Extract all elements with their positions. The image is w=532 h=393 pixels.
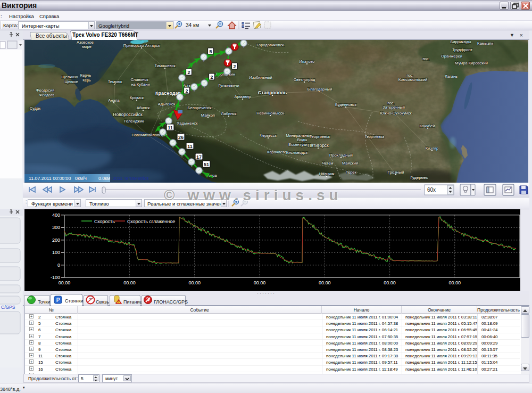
svg-text:Ессентуки: Ессентуки xyxy=(288,142,307,147)
svg-text:Светлоград: Светлоград xyxy=(294,77,315,82)
svg-text:Камызяк: Камызяк xyxy=(477,41,494,46)
svg-text:Тимашевск: Тимашевск xyxy=(155,63,176,68)
svg-text:Невинномысск: Невинномысск xyxy=(256,111,284,116)
svg-text:Темрюк: Темрюк xyxy=(108,79,122,84)
svg-text:2011 TerraMetrics: 2011 TerraMetrics xyxy=(113,176,148,181)
svg-text:Крымск: Крымск xyxy=(130,95,144,100)
svg-text:Геленджик: Геленджик xyxy=(124,119,144,124)
svg-text:0: 0 xyxy=(57,263,60,268)
svg-text:11: 11 xyxy=(187,144,193,149)
svg-text:пос.: пос. xyxy=(422,57,429,61)
svg-text:Карачаевск: Карачаевск xyxy=(267,150,289,154)
svg-text:Славянск: Славянск xyxy=(130,77,148,82)
svg-text:Мумра Кировский: Мумра Кировский xyxy=(455,61,488,66)
svg-text:00:00: 00:00 xyxy=(188,280,201,285)
svg-text:Гулькевичи: Гулькевичи xyxy=(218,83,239,88)
svg-text:Скорость сглаженное: Скорость сглаженное xyxy=(127,219,175,224)
svg-text:Скорость: Скорость xyxy=(94,219,115,224)
svg-text:Прохладный: Прохладный xyxy=(329,153,353,158)
svg-text:Хадыженск: Хадыженск xyxy=(177,121,198,126)
svg-text:11.07.2011 00:00:00: 11.07.2011 00:00:00 xyxy=(29,176,71,181)
svg-text:Воды: Воды xyxy=(297,137,307,142)
svg-text:Лагань: Лагань xyxy=(445,74,458,79)
svg-text:Армавир: Армавир xyxy=(235,94,251,99)
svg-text:Оранжереи: Оранжереи xyxy=(441,54,462,59)
svg-text:300: 300 xyxy=(52,225,60,230)
svg-text:Комсомольский: Комсомольский xyxy=(398,77,428,82)
svg-text:400: 400 xyxy=(52,212,60,218)
svg-text:Керь: Керь xyxy=(82,78,91,83)
svg-text:200: 200 xyxy=(52,238,60,243)
svg-text:Городовиковск: Городовиковск xyxy=(256,43,284,47)
svg-text:2: 2 xyxy=(187,70,190,75)
svg-text:Феодосия: Феодосия xyxy=(36,88,54,93)
svg-text:26: 26 xyxy=(178,135,184,140)
svg-text:Адыгейск: Адыгейск xyxy=(158,102,176,107)
svg-text:-100: -100 xyxy=(51,275,60,280)
svg-text:11: 11 xyxy=(168,125,173,130)
svg-text:2: 2 xyxy=(210,75,213,80)
svg-text:0.0км: 0.0км xyxy=(98,176,110,181)
svg-text:море: море xyxy=(82,44,92,49)
svg-text:пос.: пос. xyxy=(406,73,413,77)
svg-text:2: 2 xyxy=(185,88,188,94)
svg-text:0км/ч: 0км/ч xyxy=(75,176,87,181)
svg-text:60x: 60x xyxy=(427,187,436,193)
svg-text:Баррикады: Баррикады xyxy=(450,40,471,44)
svg-text:00:00: 00:00 xyxy=(448,280,461,285)
svg-text:Майкоп: Майкоп xyxy=(201,113,215,118)
svg-text:51: 51 xyxy=(204,162,209,167)
svg-text:Георгиевск: Георгиевск xyxy=(310,134,330,139)
svg-text:Щелкое: Щелкое xyxy=(64,80,78,84)
svg-text:Майский: Майский xyxy=(342,161,358,166)
svg-text:Кочубей: Кочубей xyxy=(420,124,435,128)
svg-text:Лабинск: Лабинск xyxy=(221,111,237,116)
svg-text:С/GPS: С/GPS xyxy=(1,305,15,310)
svg-text:Трудфронт: Трудфронт xyxy=(452,47,473,52)
svg-text:00:00: 00:00 xyxy=(59,280,71,285)
svg-text:!: ! xyxy=(118,300,119,304)
svg-text:5: 5 xyxy=(209,49,212,54)
svg-text:00:00: 00:00 xyxy=(123,280,136,285)
svg-text:Кисловодск: Кисловодск xyxy=(286,150,308,155)
svg-text:Щелкино: Щелкино xyxy=(61,75,78,79)
svg-text:Новороссийск: Новороссийск xyxy=(113,112,143,117)
svg-text:Анапа: Анапа xyxy=(108,98,120,103)
svg-text:Нальчик: Нальчик xyxy=(319,171,335,176)
svg-text:Кизляр: Кизляр xyxy=(426,146,439,151)
svg-text:Изобильный: Изобильный xyxy=(249,75,272,80)
svg-text:Пятигорск: Пятигорск xyxy=(307,143,329,148)
svg-text:Судак: Судак xyxy=(30,106,41,111)
svg-text:Черкесск: Черкесск xyxy=(260,133,277,138)
svg-text:Грозный: Грозный xyxy=(388,170,404,175)
svg-text:100: 100 xyxy=(52,250,60,255)
svg-text:Керчь: Керчь xyxy=(80,73,91,78)
svg-text:00:00: 00:00 xyxy=(319,280,331,285)
svg-text:Терек: Терек xyxy=(346,170,357,175)
svg-text:17: 17 xyxy=(196,154,202,160)
svg-text:Гудермес: Гудермес xyxy=(411,175,428,180)
svg-text:на Кубани: на Кубани xyxy=(131,82,149,87)
svg-text:Феодоаэ: Феодоаэ xyxy=(39,93,55,97)
svg-text:пос.: пос. xyxy=(387,101,394,105)
svg-text:Чегем: Чегем xyxy=(322,161,333,166)
svg-text:00:00: 00:00 xyxy=(254,280,266,285)
svg-text:Георгиевка: Георгиевка xyxy=(365,135,384,139)
svg-text:2: 2 xyxy=(233,64,236,69)
svg-text:Белореченск: Белореченск xyxy=(188,105,212,110)
svg-text:Ставрополь: Ставрополь xyxy=(258,90,287,95)
svg-text:Абинск: Абинск xyxy=(137,105,150,110)
svg-text:Южно-Сухокумск: Южно-Сухокумск xyxy=(380,111,412,116)
svg-text:Благодарный: Благодарный xyxy=(307,87,332,92)
svg-text:34 км: 34 км xyxy=(186,22,199,28)
svg-text:Приморско-Ахтарск: Приморско-Ахтарск xyxy=(123,43,160,48)
svg-text:Затеречный: Затеречный xyxy=(383,105,405,110)
svg-text:00:00: 00:00 xyxy=(384,280,396,285)
svg-text:Ипатово: Ипатово xyxy=(299,59,314,64)
svg-text:Буденновск: Буденновск xyxy=(335,102,357,107)
svg-text:P: P xyxy=(56,297,60,303)
